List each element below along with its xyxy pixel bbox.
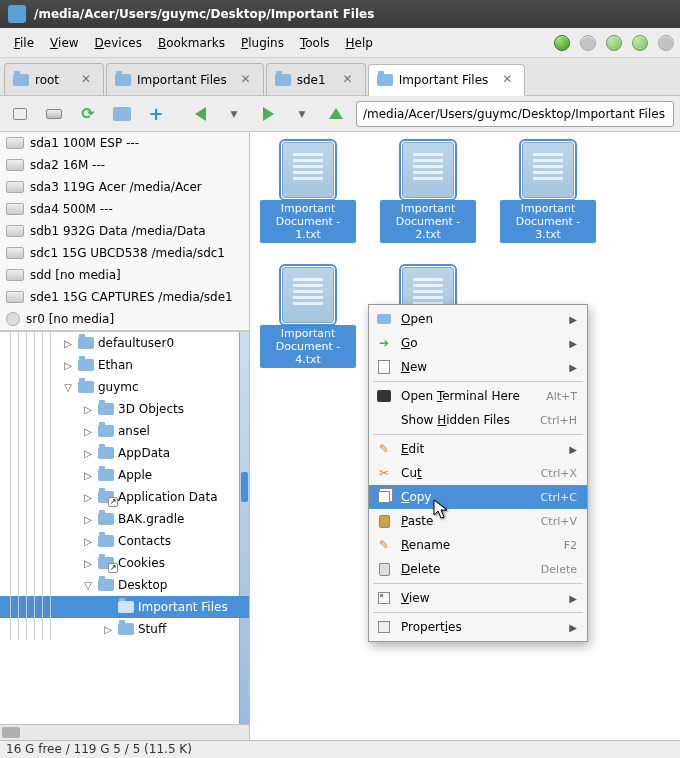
tree-item[interactable]: ▷↗Cookies	[0, 552, 249, 574]
drive-item[interactable]: sda3 119G Acer /media/Acer	[0, 176, 249, 198]
drive-item[interactable]: sdb1 932G Data /media/Data	[0, 220, 249, 242]
menu-bookmarks[interactable]: Bookmarks	[150, 32, 233, 54]
menu-file[interactable]: File	[6, 32, 42, 54]
drive-item[interactable]: sda1 100M ESP ---	[0, 132, 249, 154]
context-menu-item[interactable]: Show Hidden FilesCtrl+H	[369, 408, 587, 432]
forward-menu-button[interactable]: ▼	[288, 101, 316, 127]
tree-item[interactable]: ▷AppData	[0, 442, 249, 464]
context-menu-item[interactable]: ✂CutCtrl+X	[369, 461, 587, 485]
context-menu-item[interactable]: ✎Edit▶	[369, 437, 587, 461]
menu-help[interactable]: Help	[338, 32, 381, 54]
drive-item[interactable]: sr0 [no media]	[0, 308, 249, 330]
tab[interactable]: root✕	[4, 63, 104, 95]
refresh-button[interactable]: ⟳	[74, 101, 102, 127]
context-menu-item[interactable]: CopyCtrl+C	[369, 485, 587, 509]
drive-item[interactable]: sdc1 15G UBCD538 /media/sdc1	[0, 242, 249, 264]
back-menu-button[interactable]: ▼	[220, 101, 248, 127]
tree-item[interactable]: ▷Contacts	[0, 530, 249, 552]
drive-item[interactable]: sda2 16M ---	[0, 154, 249, 176]
expand-arrow-icon[interactable]: ▷	[82, 536, 94, 547]
close-icon[interactable]: ✕	[500, 73, 514, 87]
submenu-arrow-icon: ▶	[569, 338, 577, 349]
tree-item[interactable]: ▷BAK.gradle	[0, 508, 249, 530]
drive-item[interactable]: sdd [no media]	[0, 264, 249, 286]
context-menu-item[interactable]: Open▶	[369, 307, 587, 331]
expand-arrow-icon[interactable]: ▷	[82, 470, 94, 481]
context-menu-item[interactable]: New▶	[369, 355, 587, 379]
tab[interactable]: Important Files✕	[106, 63, 264, 95]
tree-hscrollbar[interactable]	[0, 724, 249, 740]
expand-arrow-icon[interactable]: ▷	[62, 360, 74, 371]
tree-item[interactable]: ▷ansel	[0, 420, 249, 442]
tree-item[interactable]: ▽guymc	[0, 376, 249, 398]
drive-icon	[46, 109, 62, 119]
file-label: Important Document -1.txt	[260, 200, 356, 243]
task-light-icon[interactable]	[580, 35, 596, 51]
expand-arrow-icon[interactable]: ▽	[62, 382, 74, 393]
task-light-icon[interactable]	[658, 35, 674, 51]
task-light-icon[interactable]	[554, 35, 570, 51]
new-tab-button[interactable]	[6, 101, 34, 127]
task-light-icon[interactable]	[606, 35, 622, 51]
tree-item[interactable]: ▷↗Application Data	[0, 486, 249, 508]
tree-item[interactable]: ▷defaultuser0	[0, 332, 249, 354]
path-input[interactable]: /media/Acer/Users/guymc/Desktop/Importan…	[356, 101, 674, 127]
drive-item[interactable]: sda4 500M ---	[0, 198, 249, 220]
folder-icon	[98, 469, 114, 481]
close-icon[interactable]: ✕	[341, 73, 355, 87]
menu-devices[interactable]: Devices	[87, 32, 150, 54]
context-menu-item[interactable]: PasteCtrl+V	[369, 509, 587, 533]
tab[interactable]: Important Files✕	[368, 64, 526, 96]
expand-arrow-icon[interactable]: ▷	[82, 492, 94, 503]
close-icon[interactable]: ✕	[79, 73, 93, 87]
expand-arrow-icon[interactable]: ▷	[102, 624, 114, 635]
expand-arrow-icon[interactable]: ▷	[62, 338, 74, 349]
drive-button[interactable]	[40, 101, 68, 127]
menu-tools[interactable]: Tools	[292, 32, 338, 54]
back-button[interactable]	[186, 101, 214, 127]
tree-item[interactable]: ▷Apple	[0, 464, 249, 486]
scrollbar-thumb[interactable]	[2, 727, 20, 738]
file-item[interactable]: Important Document -3.txt	[500, 142, 596, 243]
expand-arrow-icon[interactable]: ▷	[82, 426, 94, 437]
tab[interactable]: sde1✕	[266, 63, 366, 95]
forward-button[interactable]	[254, 101, 282, 127]
close-icon[interactable]: ✕	[239, 73, 253, 87]
tree-item[interactable]: ▷Ethan	[0, 354, 249, 376]
expand-arrow-icon[interactable]: ▷	[82, 514, 94, 525]
file-item[interactable]: Important Document -4.txt	[260, 267, 356, 368]
expand-arrow-icon[interactable]: ▷	[82, 404, 94, 415]
drive-item[interactable]: sde1 15G CAPTURES /media/sde1	[0, 286, 249, 308]
add-button[interactable]: +	[142, 101, 170, 127]
context-menu-item[interactable]: Properties▶	[369, 615, 587, 639]
arrow-up-icon	[329, 108, 343, 119]
drive-label: sde1 15G CAPTURES /media/sde1	[30, 290, 233, 304]
file-item[interactable]: Important Document -1.txt	[260, 142, 356, 243]
menu-view[interactable]: View	[42, 32, 86, 54]
expand-arrow-icon[interactable]: ▷	[82, 448, 94, 459]
home-button[interactable]	[108, 101, 136, 127]
context-menu-item[interactable]: Open Terminal HereAlt+T	[369, 384, 587, 408]
new-icon	[375, 359, 393, 375]
tree-item[interactable]: ▷Stuff	[0, 618, 249, 640]
file-item[interactable]: Important Document -2.txt	[380, 142, 476, 243]
hard-drive-icon	[6, 291, 24, 303]
menu-label: Delete	[401, 562, 541, 576]
expand-arrow-icon[interactable]: ▷	[82, 558, 94, 569]
menu-plugins[interactable]: Plugins	[233, 32, 292, 54]
context-menu-item[interactable]: ✎RenameF2	[369, 533, 587, 557]
context-menu-item[interactable]: DeleteDelete	[369, 557, 587, 581]
task-light-icon[interactable]	[632, 35, 648, 51]
context-menu-item[interactable]: View▶	[369, 586, 587, 610]
tree-item[interactable]: ▷3D Objects	[0, 398, 249, 420]
expand-arrow-icon[interactable]: ▽	[82, 580, 94, 591]
tree-item[interactable]: Important Files	[0, 596, 249, 618]
tree-label: Application Data	[118, 490, 218, 504]
cut-icon: ✂	[375, 465, 393, 481]
folder-icon	[118, 601, 134, 613]
context-menu-item[interactable]: ➔Go▶	[369, 331, 587, 355]
menu-accelerator: Delete	[541, 563, 577, 576]
tree-label: Ethan	[98, 358, 133, 372]
tree-item[interactable]: ▽Desktop	[0, 574, 249, 596]
up-button[interactable]	[322, 101, 350, 127]
